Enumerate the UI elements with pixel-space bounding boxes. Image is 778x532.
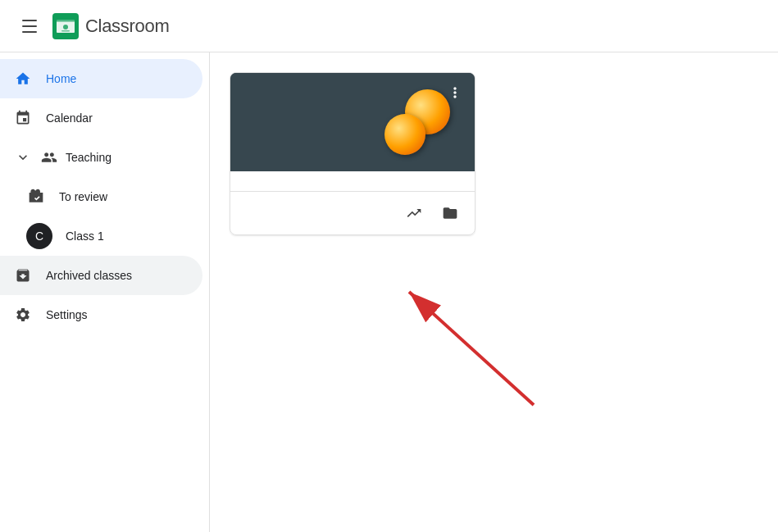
sidebar-item-calendar[interactable]: Calendar (0, 98, 202, 138)
sidebar-item-settings-label: Settings (46, 308, 88, 321)
to-review-icon (26, 187, 46, 207)
card-body (230, 171, 475, 191)
svg-rect-2 (57, 20, 75, 22)
class-card (230, 72, 475, 235)
sidebar-item-calendar-label: Calendar (46, 111, 93, 125)
calendar-icon (13, 108, 33, 128)
brand-logo-area: Classroom (52, 13, 169, 39)
hamburger-menu[interactable] (13, 10, 46, 43)
app-header: Classroom (0, 0, 778, 52)
sidebar-item-class1-label: Class 1 (66, 230, 104, 243)
sidebar-item-settings[interactable]: Settings (0, 295, 202, 334)
card-more-button[interactable] (442, 80, 468, 106)
classroom-logo-icon (52, 13, 79, 39)
svg-rect-4 (61, 30, 70, 32)
chevron-down-icon (13, 148, 33, 167)
sidebar-item-archived[interactable]: Archived classes (0, 256, 202, 295)
sidebar: Home Calendar Teaching (0, 52, 210, 532)
sidebar-item-teaching-label: Teaching (66, 151, 111, 164)
class1-avatar: C (26, 223, 52, 249)
main-content (210, 52, 778, 532)
sidebar-item-archived-label: Archived classes (46, 269, 132, 282)
teaching-icon (39, 148, 59, 167)
coin-decoration-2 (384, 114, 425, 155)
sidebar-item-class1[interactable]: C Class 1 (0, 216, 202, 256)
card-folder-button[interactable] (435, 198, 465, 228)
home-icon (13, 69, 33, 89)
sidebar-item-teaching[interactable]: Teaching (0, 138, 209, 177)
sidebar-item-to-review-label: To review (59, 190, 107, 203)
archived-icon (13, 266, 33, 285)
sidebar-item-to-review[interactable]: To review (0, 177, 202, 216)
settings-icon (13, 305, 33, 325)
main-layout: Home Calendar Teaching (0, 52, 778, 532)
svg-point-3 (63, 25, 68, 30)
sidebar-item-home[interactable]: Home (0, 59, 202, 98)
cards-area (230, 72, 758, 235)
card-header (230, 73, 475, 171)
hamburger-icon (22, 20, 37, 33)
card-grades-button[interactable] (399, 198, 429, 228)
app-title: Classroom (85, 16, 169, 37)
svg-line-6 (409, 292, 534, 405)
sidebar-item-home-label: Home (46, 72, 76, 85)
card-actions (230, 191, 475, 234)
